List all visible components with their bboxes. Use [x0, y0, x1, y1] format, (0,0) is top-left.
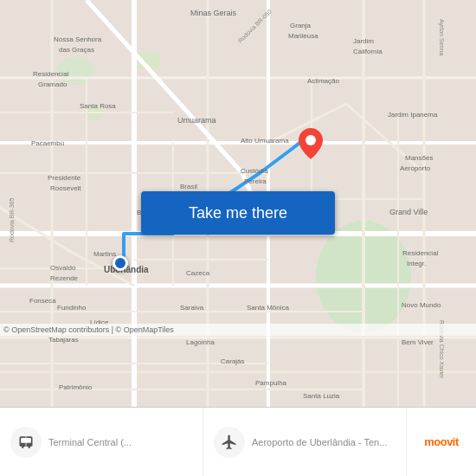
svg-text:Umuarama: Umuarama [177, 116, 216, 125]
svg-text:Gramado: Gramado [38, 80, 68, 88]
svg-text:Bem Viver: Bem Viver [402, 338, 434, 346]
origin-marker [113, 255, 128, 271]
svg-text:Custódia: Custódia [241, 167, 268, 175]
svg-text:Minas Gerais: Minas Gerais [190, 9, 237, 17]
svg-text:Osvaldo: Osvaldo [50, 264, 76, 272]
svg-text:Roosevelt: Roosevelt [50, 184, 81, 192]
take-me-there-button[interactable]: Take me there [141, 191, 335, 235]
moovit-logo-area: moovit [407, 408, 476, 476]
svg-text:Martins: Martins [93, 250, 116, 258]
svg-text:Fonseca: Fonseca [29, 297, 56, 305]
svg-text:Santa Rosa: Santa Rosa [80, 102, 116, 110]
airport-icon [221, 434, 238, 451]
svg-text:Grand Ville: Grand Ville [389, 208, 428, 216]
svg-text:Pacaembú: Pacaembú [31, 139, 64, 147]
origin-info: Terminal Central (... [0, 408, 203, 476]
svg-text:Rezende: Rezende [50, 274, 79, 282]
map-attribution: © OpenStreetMap contributors | © OpenMap… [0, 324, 476, 336]
svg-text:Pereira: Pereira [244, 177, 267, 185]
svg-text:das Graças: das Graças [59, 46, 94, 54]
map-container: Minas Gerais Granja Marileusa Jardim Cal… [0, 0, 476, 407]
svg-text:Residencial: Residencial [402, 249, 439, 257]
moovit-logo: moovit [424, 435, 459, 448]
destination-marker [299, 128, 323, 163]
svg-point-83 [306, 135, 316, 145]
svg-text:Tabajaras: Tabajaras [48, 336, 79, 344]
origin-icon-wrap [10, 427, 42, 458]
origin-text: Terminal Central (... [48, 437, 132, 447]
destination-info: Aeroporto de Uberlândia - Ten... [203, 408, 407, 476]
svg-point-87 [29, 446, 31, 448]
svg-text:Santa Luzia: Santa Luzia [303, 392, 340, 400]
info-bar: Terminal Central (... Aeroporto de Uberl… [0, 407, 476, 476]
svg-text:Jardim Ipanema: Jardim Ipanema [388, 111, 438, 119]
svg-text:Pampulha: Pampulha [255, 379, 287, 387]
svg-text:Rodovia BR-365: Rodovia BR-365 [9, 198, 15, 242]
svg-text:Santa Mônica: Santa Mônica [247, 304, 289, 312]
dest-label: Aeroporto de Uberlândia - Ten... [252, 437, 387, 447]
dest-icon-wrap [214, 427, 245, 458]
svg-text:Brasil: Brasil [180, 183, 197, 190]
svg-text:Saraiva: Saraiva [180, 304, 204, 312]
svg-text:Alto Umuarama: Alto Umuarama [241, 137, 289, 145]
svg-text:Novo Mundo: Novo Mundo [402, 301, 441, 309]
button-label: Take me there [189, 204, 287, 222]
svg-text:Carajás: Carajás [221, 357, 245, 365]
svg-text:Granja: Granja [290, 22, 312, 29]
svg-text:Lagoinha: Lagoinha [186, 338, 215, 346]
svg-text:Residencial: Residencial [33, 70, 69, 78]
svg-text:Ayrton Senna: Ayrton Senna [438, 19, 445, 55]
svg-text:Nossa Senhora: Nossa Senhora [54, 35, 102, 43]
origin-label: Terminal Central (... [48, 437, 132, 447]
svg-text:Aeroporto: Aeroporto [400, 164, 431, 172]
svg-text:Cazeca: Cazeca [186, 269, 210, 277]
svg-point-86 [22, 446, 24, 448]
bus-icon [17, 434, 35, 451]
dest-text: Aeroporto de Uberlândia - Ten... [252, 437, 387, 447]
svg-text:Mansões: Mansões [405, 154, 433, 162]
svg-text:Fundinho: Fundinho [57, 304, 87, 312]
svg-text:California: California [353, 48, 383, 55]
svg-text:Presidente: Presidente [48, 174, 81, 182]
svg-text:Aclimação: Aclimação [307, 77, 339, 85]
svg-text:Integr.: Integr. [407, 260, 426, 267]
svg-text:Marileusa: Marileusa [288, 32, 318, 40]
svg-text:Patrimônio: Patrimônio [59, 383, 93, 391]
app: Minas Gerais Granja Marileusa Jardim Cal… [0, 0, 476, 476]
svg-text:Jardim: Jardim [353, 37, 374, 45]
